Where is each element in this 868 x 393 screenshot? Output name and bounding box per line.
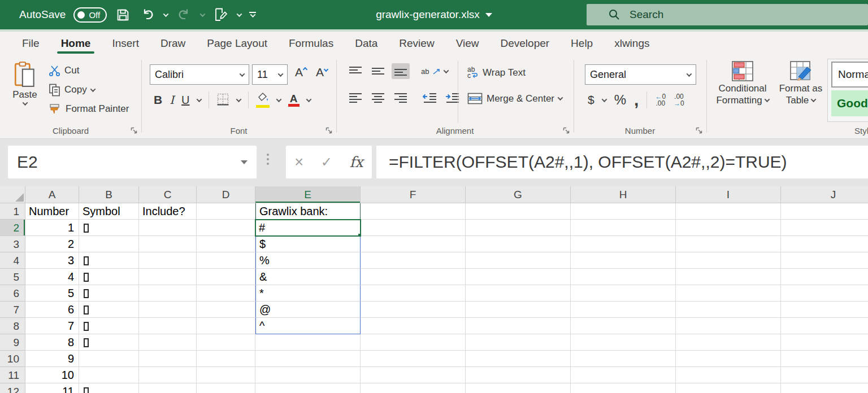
underline-button[interactable]: U — [181, 94, 189, 107]
cell-G5[interactable] — [466, 269, 571, 285]
column-header-G[interactable]: G — [466, 186, 571, 203]
row-header-9[interactable]: 9 — [0, 334, 25, 351]
cell-A10[interactable]: 9 — [25, 351, 79, 367]
cell-D5[interactable] — [197, 269, 255, 285]
cell-I2[interactable] — [676, 220, 781, 236]
cell-F10[interactable] — [361, 351, 466, 367]
cell-A9[interactable]: 8 — [25, 334, 79, 351]
copy-chevron-icon[interactable] — [90, 86, 96, 92]
top-align-button[interactable] — [346, 63, 364, 79]
cell-C1[interactable]: Include? — [139, 203, 197, 220]
font-name-combobox[interactable]: Calibri — [150, 64, 249, 85]
cell-H8[interactable] — [571, 318, 676, 334]
cell-E12[interactable] — [255, 383, 361, 393]
underline-chevron-icon[interactable] — [196, 97, 202, 102]
cell-E5[interactable]: & — [255, 269, 361, 285]
merge-center-button[interactable]: Merge & Center — [467, 93, 562, 104]
cell-G6[interactable] — [466, 285, 571, 302]
bottom-align-button[interactable] — [392, 63, 410, 79]
row-header-4[interactable]: 4 — [0, 252, 25, 269]
cell-G8[interactable] — [466, 318, 571, 334]
borders-button[interactable] — [216, 93, 229, 108]
tab-developer[interactable]: Developer — [489, 32, 560, 55]
tab-draw[interactable]: Draw — [150, 32, 196, 55]
cell-H7[interactable] — [571, 302, 676, 318]
title-dropdown-icon[interactable] — [485, 13, 492, 17]
cell-D11[interactable] — [197, 367, 255, 383]
name-box[interactable]: E2 — [8, 146, 257, 178]
row-header-10[interactable]: 10 — [0, 351, 25, 367]
formula-input[interactable]: =FILTER(OFFSET(A2#,,1), OFFSET(A2#,,2)=T… — [376, 146, 868, 178]
cell-D9[interactable] — [197, 334, 255, 351]
select-all-corner[interactable] — [0, 186, 25, 203]
merge-center-chevron-icon[interactable] — [558, 95, 563, 101]
cell-I1[interactable] — [676, 203, 781, 220]
cell-C10[interactable] — [139, 351, 197, 367]
cell-C4[interactable] — [139, 252, 197, 269]
cell-C2[interactable] — [139, 220, 197, 236]
cell-B9[interactable] — [79, 334, 139, 351]
cell-E8[interactable]: ^ — [255, 318, 361, 334]
cell-J6[interactable] — [781, 285, 868, 302]
cell-H9[interactable] — [571, 334, 676, 351]
cell-A6[interactable]: 5 — [25, 285, 79, 302]
cell-I7[interactable] — [676, 302, 781, 318]
cell-J2[interactable] — [781, 220, 868, 236]
tab-file[interactable]: File — [11, 32, 50, 55]
redo-menu-chevron-icon[interactable] — [200, 11, 206, 17]
tab-review[interactable]: Review — [388, 32, 445, 55]
cell-H12[interactable] — [571, 383, 676, 393]
cell-J4[interactable] — [781, 252, 868, 269]
cell-I9[interactable] — [676, 334, 781, 351]
copy-button[interactable]: Copy — [49, 82, 129, 97]
column-header-A[interactable]: A — [25, 186, 79, 203]
tab-insert[interactable]: Insert — [101, 32, 150, 55]
cell-I4[interactable] — [676, 252, 781, 269]
undo-menu-chevron-icon[interactable] — [163, 11, 169, 17]
cell-E11[interactable] — [255, 367, 361, 383]
customize-quick-access-toolbar-button[interactable] — [249, 12, 256, 18]
cell-I3[interactable] — [676, 236, 781, 252]
row-header-12[interactable]: 12 — [0, 383, 25, 393]
bold-button[interactable]: B — [154, 93, 162, 107]
cell-H4[interactable] — [571, 252, 676, 269]
align-right-button[interactable] — [392, 90, 410, 105]
redo-button[interactable] — [176, 6, 193, 23]
accounting-format-button[interactable]: $ — [588, 93, 594, 107]
cell-J5[interactable] — [781, 269, 868, 285]
column-header-J[interactable]: J — [781, 186, 868, 203]
cell-B11[interactable] — [79, 367, 139, 383]
orientation-button[interactable]: ab — [421, 67, 448, 76]
cut-button[interactable]: Cut — [49, 63, 129, 78]
paste-button[interactable]: Paste — [9, 61, 41, 106]
cell-I5[interactable] — [676, 269, 781, 285]
cell-C5[interactable] — [139, 269, 197, 285]
cell-J9[interactable] — [781, 334, 868, 351]
accounting-chevron-icon[interactable] — [601, 97, 607, 102]
middle-align-button[interactable] — [369, 63, 387, 79]
cell-A5[interactable]: 4 — [25, 269, 79, 285]
clipboard-dialog-launcher-icon[interactable] — [131, 127, 137, 134]
wrap-text-button[interactable]: ab c Wrap Text — [467, 67, 526, 79]
cell-F5[interactable] — [361, 269, 466, 285]
cell-B4[interactable] — [79, 252, 139, 269]
cell-A7[interactable]: 6 — [25, 302, 79, 318]
search-box[interactable]: Search — [587, 4, 868, 25]
tab-data[interactable]: Data — [344, 32, 388, 55]
cell-A11[interactable]: 10 — [25, 367, 79, 383]
cell-B12[interactable] — [79, 383, 139, 393]
cell-A1[interactable]: Number — [25, 203, 79, 220]
cell-B7[interactable] — [79, 302, 139, 318]
format-painter-button[interactable]: Format Painter — [49, 102, 129, 116]
column-header-H[interactable]: H — [571, 186, 676, 203]
cell-F6[interactable] — [361, 285, 466, 302]
save-button[interactable] — [115, 7, 131, 23]
fill-color-chevron-icon[interactable] — [276, 97, 281, 102]
cell-D2[interactable] — [197, 220, 255, 236]
conditional-formatting-button[interactable]: Conditional Formatting — [711, 60, 774, 106]
cell-F7[interactable] — [361, 302, 466, 318]
name-box-dropdown-icon[interactable] — [241, 160, 248, 164]
decrease-font-size-button[interactable]: A — [316, 66, 328, 79]
cell-I10[interactable] — [676, 351, 781, 367]
cell-H5[interactable] — [571, 269, 676, 285]
